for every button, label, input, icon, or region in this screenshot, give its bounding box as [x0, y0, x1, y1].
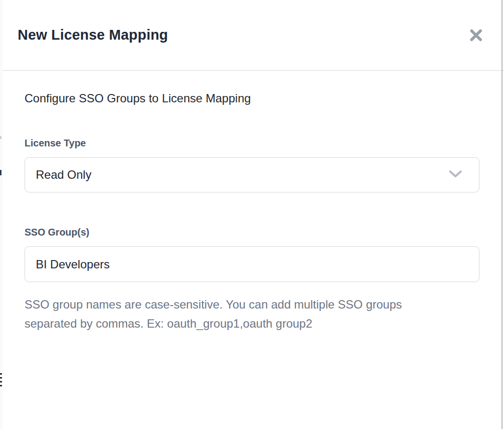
- license-type-field: License Type Read Only: [25, 137, 479, 192]
- page-edge-line: [502, 0, 503, 429]
- chevron-down-icon: [449, 169, 462, 180]
- dialog-description: Configure SSO Groups to License Mapping: [25, 91, 479, 106]
- dialog-title: New License Mapping: [18, 27, 168, 43]
- sso-groups-field: SSO Group(s) SSO group names are case-se…: [25, 226, 479, 333]
- modal-screen: New License Mapping Configure SSO Groups…: [0, 0, 504, 429]
- dialog-body: Configure SSO Groups to License Mapping …: [3, 91, 504, 333]
- close-button[interactable]: [468, 27, 484, 44]
- license-type-value: Read Only: [36, 168, 91, 182]
- background-page-sliver: [0, 0, 3, 429]
- license-type-select[interactable]: Read Only: [25, 157, 479, 192]
- close-icon: [469, 28, 483, 42]
- sso-groups-input[interactable]: [25, 246, 479, 282]
- dialog-header: New License Mapping: [3, 0, 504, 70]
- new-license-mapping-dialog: New License Mapping Configure SSO Groups…: [3, 0, 504, 429]
- clipped-background-element: [0, 136, 1, 139]
- clipped-list-icon: [0, 373, 2, 389]
- license-type-label: License Type: [25, 137, 479, 149]
- header-divider: [0, 70, 504, 71]
- clipped-background-element: [0, 170, 1, 175]
- sso-groups-label: SSO Group(s): [25, 226, 479, 238]
- sso-groups-help: SSO group names are case-sensitive. You …: [25, 295, 456, 333]
